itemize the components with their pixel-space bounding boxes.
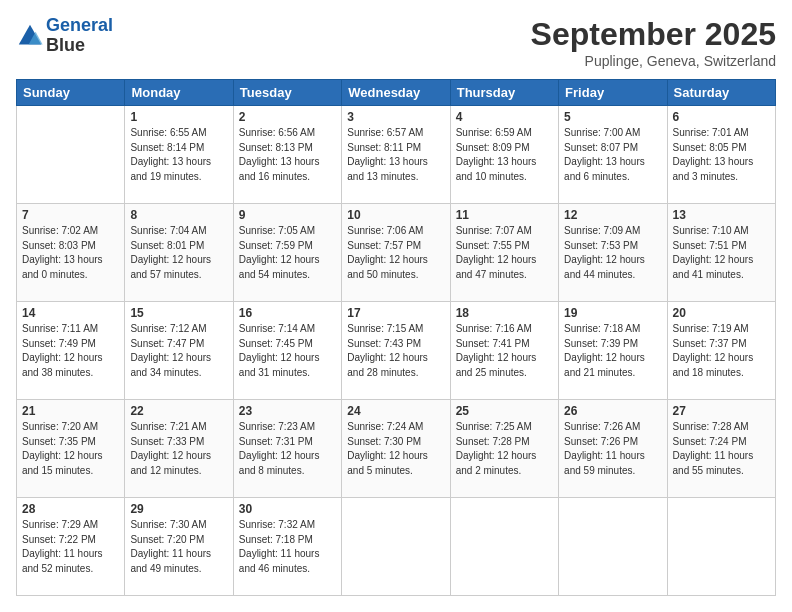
calendar-cell: 12Sunrise: 7:09 AM Sunset: 7:53 PM Dayli…	[559, 204, 667, 302]
day-info: Sunrise: 7:02 AM Sunset: 8:03 PM Dayligh…	[22, 224, 119, 282]
day-info: Sunrise: 7:30 AM Sunset: 7:20 PM Dayligh…	[130, 518, 227, 576]
calendar-cell: 14Sunrise: 7:11 AM Sunset: 7:49 PM Dayli…	[17, 302, 125, 400]
calendar-cell: 11Sunrise: 7:07 AM Sunset: 7:55 PM Dayli…	[450, 204, 558, 302]
calendar-cell: 26Sunrise: 7:26 AM Sunset: 7:26 PM Dayli…	[559, 400, 667, 498]
calendar-cell: 8Sunrise: 7:04 AM Sunset: 8:01 PM Daylig…	[125, 204, 233, 302]
day-number: 19	[564, 306, 661, 320]
day-info: Sunrise: 7:26 AM Sunset: 7:26 PM Dayligh…	[564, 420, 661, 478]
calendar-cell	[559, 498, 667, 596]
day-info: Sunrise: 7:15 AM Sunset: 7:43 PM Dayligh…	[347, 322, 444, 380]
day-number: 20	[673, 306, 770, 320]
day-number: 29	[130, 502, 227, 516]
day-info: Sunrise: 7:29 AM Sunset: 7:22 PM Dayligh…	[22, 518, 119, 576]
day-number: 4	[456, 110, 553, 124]
calendar-cell	[17, 106, 125, 204]
day-number: 13	[673, 208, 770, 222]
weekday-monday: Monday	[125, 80, 233, 106]
day-number: 7	[22, 208, 119, 222]
calendar-cell: 13Sunrise: 7:10 AM Sunset: 7:51 PM Dayli…	[667, 204, 775, 302]
day-number: 14	[22, 306, 119, 320]
day-info: Sunrise: 7:32 AM Sunset: 7:18 PM Dayligh…	[239, 518, 336, 576]
day-info: Sunrise: 7:16 AM Sunset: 7:41 PM Dayligh…	[456, 322, 553, 380]
weekday-sunday: Sunday	[17, 80, 125, 106]
day-number: 26	[564, 404, 661, 418]
day-info: Sunrise: 7:28 AM Sunset: 7:24 PM Dayligh…	[673, 420, 770, 478]
header: General Blue September 2025 Puplinge, Ge…	[16, 16, 776, 69]
day-info: Sunrise: 7:07 AM Sunset: 7:55 PM Dayligh…	[456, 224, 553, 282]
day-number: 28	[22, 502, 119, 516]
day-number: 5	[564, 110, 661, 124]
day-number: 8	[130, 208, 227, 222]
calendar-cell	[450, 498, 558, 596]
day-number: 30	[239, 502, 336, 516]
calendar-cell: 3Sunrise: 6:57 AM Sunset: 8:11 PM Daylig…	[342, 106, 450, 204]
weekday-tuesday: Tuesday	[233, 80, 341, 106]
calendar-week-1: 1Sunrise: 6:55 AM Sunset: 8:14 PM Daylig…	[17, 106, 776, 204]
calendar-cell	[342, 498, 450, 596]
day-info: Sunrise: 7:10 AM Sunset: 7:51 PM Dayligh…	[673, 224, 770, 282]
calendar-cell: 7Sunrise: 7:02 AM Sunset: 8:03 PM Daylig…	[17, 204, 125, 302]
calendar-cell: 6Sunrise: 7:01 AM Sunset: 8:05 PM Daylig…	[667, 106, 775, 204]
calendar-cell: 25Sunrise: 7:25 AM Sunset: 7:28 PM Dayli…	[450, 400, 558, 498]
logo-icon	[16, 22, 44, 50]
day-info: Sunrise: 7:19 AM Sunset: 7:37 PM Dayligh…	[673, 322, 770, 380]
calendar-cell: 17Sunrise: 7:15 AM Sunset: 7:43 PM Dayli…	[342, 302, 450, 400]
calendar-cell: 20Sunrise: 7:19 AM Sunset: 7:37 PM Dayli…	[667, 302, 775, 400]
day-info: Sunrise: 7:24 AM Sunset: 7:30 PM Dayligh…	[347, 420, 444, 478]
calendar-cell: 16Sunrise: 7:14 AM Sunset: 7:45 PM Dayli…	[233, 302, 341, 400]
day-number: 11	[456, 208, 553, 222]
day-number: 15	[130, 306, 227, 320]
month-title: September 2025	[531, 16, 776, 53]
calendar-cell: 30Sunrise: 7:32 AM Sunset: 7:18 PM Dayli…	[233, 498, 341, 596]
calendar-cell: 15Sunrise: 7:12 AM Sunset: 7:47 PM Dayli…	[125, 302, 233, 400]
day-number: 21	[22, 404, 119, 418]
day-info: Sunrise: 7:11 AM Sunset: 7:49 PM Dayligh…	[22, 322, 119, 380]
logo: General Blue	[16, 16, 113, 56]
day-number: 9	[239, 208, 336, 222]
day-info: Sunrise: 7:23 AM Sunset: 7:31 PM Dayligh…	[239, 420, 336, 478]
day-info: Sunrise: 6:55 AM Sunset: 8:14 PM Dayligh…	[130, 126, 227, 184]
calendar-cell: 23Sunrise: 7:23 AM Sunset: 7:31 PM Dayli…	[233, 400, 341, 498]
day-info: Sunrise: 7:25 AM Sunset: 7:28 PM Dayligh…	[456, 420, 553, 478]
day-number: 27	[673, 404, 770, 418]
calendar-cell: 5Sunrise: 7:00 AM Sunset: 8:07 PM Daylig…	[559, 106, 667, 204]
day-info: Sunrise: 7:06 AM Sunset: 7:57 PM Dayligh…	[347, 224, 444, 282]
day-info: Sunrise: 7:04 AM Sunset: 8:01 PM Dayligh…	[130, 224, 227, 282]
calendar-cell: 19Sunrise: 7:18 AM Sunset: 7:39 PM Dayli…	[559, 302, 667, 400]
day-info: Sunrise: 6:57 AM Sunset: 8:11 PM Dayligh…	[347, 126, 444, 184]
weekday-thursday: Thursday	[450, 80, 558, 106]
calendar-cell: 24Sunrise: 7:24 AM Sunset: 7:30 PM Dayli…	[342, 400, 450, 498]
day-number: 3	[347, 110, 444, 124]
day-info: Sunrise: 6:59 AM Sunset: 8:09 PM Dayligh…	[456, 126, 553, 184]
day-number: 24	[347, 404, 444, 418]
day-number: 10	[347, 208, 444, 222]
day-number: 25	[456, 404, 553, 418]
day-number: 16	[239, 306, 336, 320]
day-number: 22	[130, 404, 227, 418]
calendar-cell: 29Sunrise: 7:30 AM Sunset: 7:20 PM Dayli…	[125, 498, 233, 596]
title-block: September 2025 Puplinge, Geneva, Switzer…	[531, 16, 776, 69]
calendar-week-5: 28Sunrise: 7:29 AM Sunset: 7:22 PM Dayli…	[17, 498, 776, 596]
day-info: Sunrise: 7:09 AM Sunset: 7:53 PM Dayligh…	[564, 224, 661, 282]
calendar-cell: 27Sunrise: 7:28 AM Sunset: 7:24 PM Dayli…	[667, 400, 775, 498]
calendar-cell: 22Sunrise: 7:21 AM Sunset: 7:33 PM Dayli…	[125, 400, 233, 498]
calendar-cell: 4Sunrise: 6:59 AM Sunset: 8:09 PM Daylig…	[450, 106, 558, 204]
weekday-friday: Friday	[559, 80, 667, 106]
day-info: Sunrise: 7:20 AM Sunset: 7:35 PM Dayligh…	[22, 420, 119, 478]
day-number: 18	[456, 306, 553, 320]
weekday-header-row: SundayMondayTuesdayWednesdayThursdayFrid…	[17, 80, 776, 106]
calendar-week-2: 7Sunrise: 7:02 AM Sunset: 8:03 PM Daylig…	[17, 204, 776, 302]
day-info: Sunrise: 7:14 AM Sunset: 7:45 PM Dayligh…	[239, 322, 336, 380]
calendar-cell: 9Sunrise: 7:05 AM Sunset: 7:59 PM Daylig…	[233, 204, 341, 302]
calendar-cell: 2Sunrise: 6:56 AM Sunset: 8:13 PM Daylig…	[233, 106, 341, 204]
day-info: Sunrise: 7:00 AM Sunset: 8:07 PM Dayligh…	[564, 126, 661, 184]
day-info: Sunrise: 7:05 AM Sunset: 7:59 PM Dayligh…	[239, 224, 336, 282]
day-number: 6	[673, 110, 770, 124]
day-info: Sunrise: 7:18 AM Sunset: 7:39 PM Dayligh…	[564, 322, 661, 380]
day-number: 23	[239, 404, 336, 418]
logo-text: General Blue	[46, 16, 113, 56]
weekday-saturday: Saturday	[667, 80, 775, 106]
day-info: Sunrise: 7:12 AM Sunset: 7:47 PM Dayligh…	[130, 322, 227, 380]
calendar-cell: 28Sunrise: 7:29 AM Sunset: 7:22 PM Dayli…	[17, 498, 125, 596]
day-number: 1	[130, 110, 227, 124]
